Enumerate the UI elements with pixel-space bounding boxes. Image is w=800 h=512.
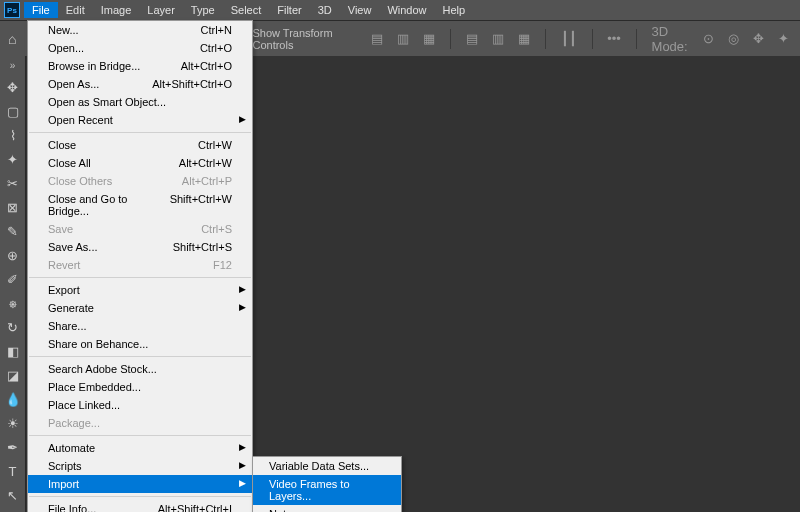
align-middle-icon[interactable]: ▥ xyxy=(489,31,507,46)
3d-mode-label: 3D Mode: xyxy=(649,24,692,54)
submenu-arrow-icon: ▶ xyxy=(239,442,246,452)
marquee-tool[interactable]: ▢ xyxy=(2,100,24,122)
path-tool[interactable]: ↖ xyxy=(2,484,24,506)
menubar: Ps FileEditImageLayerTypeSelectFilter3DV… xyxy=(0,0,800,20)
file-menu-automate[interactable]: Automate▶ xyxy=(28,439,252,457)
crop-tool[interactable]: ✂ xyxy=(2,172,24,194)
eraser-tool[interactable]: ◧ xyxy=(2,340,24,362)
type-tool[interactable]: T xyxy=(2,460,24,482)
menu-3d[interactable]: 3D xyxy=(310,2,340,18)
distribute-icon[interactable]: ┃┃ xyxy=(558,31,580,46)
clone-tool[interactable]: ⎈ xyxy=(2,292,24,314)
separator xyxy=(450,29,451,49)
separator xyxy=(636,29,637,49)
blur-tool[interactable]: 💧 xyxy=(2,388,24,410)
move-tool[interactable]: ✥ xyxy=(2,76,24,98)
3d-slide-icon[interactable]: ✦ xyxy=(775,31,792,46)
magic-wand-tool[interactable]: ✦ xyxy=(2,148,24,170)
file-menu-import[interactable]: Import▶ xyxy=(28,475,252,493)
file-menu-close-others: Close OthersAlt+Ctrl+P xyxy=(28,172,252,190)
file-menu-place-embedded[interactable]: Place Embedded... xyxy=(28,378,252,396)
submenu-arrow-icon: ▶ xyxy=(239,460,246,470)
align-left-icon[interactable]: ▤ xyxy=(368,31,386,46)
file-menu-share[interactable]: Share... xyxy=(28,317,252,335)
file-menu-package: Package... xyxy=(28,414,252,432)
menu-edit[interactable]: Edit xyxy=(58,2,93,18)
menu-select[interactable]: Select xyxy=(223,2,270,18)
submenu-arrow-icon: ▶ xyxy=(239,478,246,488)
eyedropper-tool[interactable]: ✎ xyxy=(2,220,24,242)
file-menu-close-and-go-to-bridge[interactable]: Close and Go to Bridge...Shift+Ctrl+W xyxy=(28,190,252,220)
file-menu-save-as[interactable]: Save As...Shift+Ctrl+S xyxy=(28,238,252,256)
menu-separator xyxy=(29,132,251,133)
import-video-frames-to-layers[interactable]: Video Frames to Layers... xyxy=(253,475,401,505)
3d-roll-icon[interactable]: ◎ xyxy=(725,31,742,46)
menu-window[interactable]: Window xyxy=(379,2,434,18)
import-variable-data-sets: Variable Data Sets... xyxy=(253,457,401,475)
file-menu-open-as-smart-object[interactable]: Open as Smart Object... xyxy=(28,93,252,111)
file-menu-open-as[interactable]: Open As...Alt+Shift+Ctrl+O xyxy=(28,75,252,93)
file-menu-scripts[interactable]: Scripts▶ xyxy=(28,457,252,475)
align-bottom-icon[interactable]: ▦ xyxy=(515,31,533,46)
lasso-tool[interactable]: ⌇ xyxy=(2,124,24,146)
home-icon[interactable]: ⌂ xyxy=(8,31,16,47)
menu-file[interactable]: File xyxy=(24,2,58,18)
3d-pan-icon[interactable]: ✥ xyxy=(750,31,767,46)
menu-filter[interactable]: Filter xyxy=(269,2,309,18)
align-top-icon[interactable]: ▤ xyxy=(463,31,481,46)
separator xyxy=(592,29,593,49)
menu-view[interactable]: View xyxy=(340,2,380,18)
file-menu-revert: RevertF12 xyxy=(28,256,252,274)
brush-tool[interactable]: ✐ xyxy=(2,268,24,290)
healing-tool[interactable]: ⊕ xyxy=(2,244,24,266)
frame-tool[interactable]: ⊠ xyxy=(2,196,24,218)
file-menu-open[interactable]: Open...Ctrl+O xyxy=(28,39,252,57)
dodge-tool[interactable]: ☀ xyxy=(2,412,24,434)
menu-separator xyxy=(29,277,251,278)
menu-separator xyxy=(29,435,251,436)
file-menu-generate[interactable]: Generate▶ xyxy=(28,299,252,317)
submenu-arrow-icon: ▶ xyxy=(239,302,246,312)
file-menu-dropdown: New...Ctrl+NOpen...Ctrl+OBrowse in Bridg… xyxy=(27,20,253,512)
show-transform-controls-label[interactable]: Show Transform Controls xyxy=(252,27,368,51)
submenu-arrow-icon: ▶ xyxy=(239,284,246,294)
file-menu-close-all[interactable]: Close AllAlt+Ctrl+W xyxy=(28,154,252,172)
file-menu-search-adobe-stock[interactable]: Search Adobe Stock... xyxy=(28,360,252,378)
3d-orbit-icon[interactable]: ⊙ xyxy=(700,31,717,46)
separator xyxy=(545,29,546,49)
file-menu-export[interactable]: Export▶ xyxy=(28,281,252,299)
file-menu-open-recent[interactable]: Open Recent▶ xyxy=(28,111,252,129)
file-menu-close[interactable]: CloseCtrl+W xyxy=(28,136,252,154)
menu-image[interactable]: Image xyxy=(93,2,140,18)
menu-layer[interactable]: Layer xyxy=(139,2,183,18)
align-right-icon[interactable]: ▦ xyxy=(420,31,438,46)
file-menu-file-info[interactable]: File Info...Alt+Shift+Ctrl+I xyxy=(28,500,252,512)
gradient-tool[interactable]: ◪ xyxy=(2,364,24,386)
tool-palette: » ✥ ▢ ⌇ ✦ ✂ ⊠ ✎ ⊕ ✐ ⎈ ↻ ◧ ◪ 💧 ☀ ✒ T ↖ xyxy=(0,56,26,512)
menu-type[interactable]: Type xyxy=(183,2,223,18)
import-submenu: Variable Data Sets...Video Frames to Lay… xyxy=(252,456,402,512)
file-menu-save: SaveCtrl+S xyxy=(28,220,252,238)
menu-help[interactable]: Help xyxy=(435,2,474,18)
import-notes: Notes... xyxy=(253,505,401,512)
file-menu-browse-in-bridge[interactable]: Browse in Bridge...Alt+Ctrl+O xyxy=(28,57,252,75)
menu-separator xyxy=(29,496,251,497)
more-icon[interactable]: ••• xyxy=(604,31,624,46)
file-menu-place-linked[interactable]: Place Linked... xyxy=(28,396,252,414)
collapse-icon[interactable]: » xyxy=(10,60,16,71)
pen-tool[interactable]: ✒ xyxy=(2,436,24,458)
submenu-arrow-icon: ▶ xyxy=(239,114,246,124)
app-icon: Ps xyxy=(4,2,20,18)
menu-separator xyxy=(29,356,251,357)
align-center-h-icon[interactable]: ▥ xyxy=(394,31,412,46)
file-menu-share-on-behance[interactable]: Share on Behance... xyxy=(28,335,252,353)
file-menu-new[interactable]: New...Ctrl+N xyxy=(28,21,252,39)
history-brush-tool[interactable]: ↻ xyxy=(2,316,24,338)
